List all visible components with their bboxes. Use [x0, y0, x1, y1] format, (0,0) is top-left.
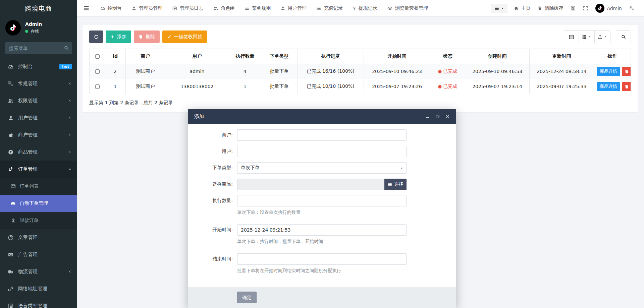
maximize-button[interactable]: [435, 114, 440, 119]
close-button[interactable]: [445, 114, 450, 119]
product-detail-button[interactable]: 商品详情: [597, 82, 620, 91]
export-button[interactable]: [595, 30, 610, 43]
nav-tab-role-group[interactable]: 角色组: [208, 0, 240, 16]
search-icon: [621, 35, 626, 39]
nav-tab-user-mgmt[interactable]: 用户管理: [276, 0, 312, 16]
sidebar-item-user-mgmt[interactable]: 用户管理: [0, 109, 77, 126]
sidebar-item-auto-order[interactable]: 自动下单管理: [0, 195, 77, 212]
nav-tab-withdraw-records[interactable]: ¥ 提现记录: [348, 0, 382, 16]
refresh-button[interactable]: [89, 30, 103, 43]
table-row[interactable]: 1 测试商户 13800138002 1 批量下单 已完成 10/10 (100…: [90, 79, 631, 94]
minimize-button[interactable]: [425, 114, 430, 119]
dialog-titlebar[interactable]: 添加: [188, 109, 456, 124]
eye-icon: [387, 6, 392, 11]
nav-settings[interactable]: [626, 6, 638, 11]
status-badge: ●已完成: [430, 64, 465, 79]
qty-label: 执行数量:: [188, 195, 237, 215]
row-checkbox[interactable]: [95, 84, 100, 89]
caret-down-icon: [400, 167, 404, 170]
ad-card-icon: [7, 252, 14, 257]
nav-tab-admin-mgmt[interactable]: 管理员管理: [127, 0, 167, 16]
start-time-label: 开始时间:: [188, 224, 237, 245]
delete-button[interactable]: 删除: [134, 30, 160, 43]
sidebar: 跨境电商 Admin 在线 控制台 hot 常规管理 权限管理: [0, 0, 77, 308]
detail-view-button[interactable]: [564, 30, 579, 43]
nav-menu-toggle[interactable]: [491, 4, 507, 13]
gauge-icon: [100, 6, 105, 11]
status-dot-icon: ●: [438, 84, 442, 89]
check-icon: [167, 35, 171, 39]
sidebar-item-logistics-mgmt[interactable]: 物流管理: [0, 263, 77, 280]
sidebar-item-order-mgmt[interactable]: 订单管理: [0, 161, 77, 178]
caret-down-icon: [501, 7, 504, 10]
col-progress: 执行进度: [298, 49, 364, 64]
confirm-button[interactable]: 确定: [237, 292, 257, 303]
chevron-left-icon: [68, 150, 72, 154]
qty-field[interactable]: [237, 195, 407, 206]
topnav: 控制台 管理员管理 管理员日志 角色组 菜单规则 用户管理 充值记录 ¥ 提现记…: [77, 0, 644, 17]
toolbar: 添加 删除 一键签收回款: [89, 30, 631, 43]
row-delete-button[interactable]: [622, 67, 631, 76]
sidebar-item-merchant-mgmt[interactable]: 商户管理: [0, 126, 77, 143]
order-submenu: 订单列表 自动下单管理 退款订单: [0, 178, 77, 229]
user-secret-icon: [10, 218, 16, 223]
nav-tab-menu-rules[interactable]: 菜单规则: [240, 0, 276, 16]
chevron-down-icon: [68, 167, 72, 171]
end-time-label: 结束时间:: [188, 253, 237, 274]
sidebar-item-language-mgmt[interactable]: 语言类型管理: [0, 297, 77, 308]
start-time-field[interactable]: [237, 224, 407, 236]
online-dot: [25, 30, 28, 33]
status-badge: ●已完成: [430, 79, 465, 94]
nav-tab-admin-log[interactable]: 管理员日志: [167, 0, 208, 16]
nav-tab-recharge-records[interactable]: 充值记录: [312, 0, 348, 16]
caret-down-icon: [588, 35, 591, 39]
user-name: Admin: [25, 21, 42, 27]
table-header-row: id 商户 用户 执行数量 下单类型 执行进度 开始时间 状态 创建时间 更新时…: [90, 49, 631, 64]
sidebar-item-general[interactable]: 常规管理: [0, 75, 77, 92]
col-status: 状态: [430, 49, 465, 64]
sidebar-item-order-list[interactable]: 订单列表: [0, 178, 77, 195]
choose-product-button[interactable]: 选择: [384, 179, 407, 190]
order-type-select[interactable]: [237, 162, 407, 174]
detail-view-icon: [569, 35, 574, 40]
sidebar-item-article-mgmt[interactable]: 文章管理: [0, 229, 77, 246]
sidebar-item-product-mgmt[interactable]: 商品管理: [0, 143, 77, 161]
select-all-checkbox[interactable]: [95, 54, 100, 59]
menu-search-input[interactable]: [5, 42, 72, 54]
trash-icon: [625, 69, 629, 74]
sidebar-item-url-mgmt[interactable]: 网络地址管理: [0, 280, 77, 297]
nav-fullscreen[interactable]: [579, 6, 592, 11]
user-status: 在线: [31, 28, 39, 35]
hamburger-icon[interactable]: [77, 5, 95, 11]
chevron-left-icon: [68, 82, 72, 85]
end-time-hint: 批量下单将在开始时间到结束时间之间随机分配执行: [237, 268, 407, 274]
receive-button[interactable]: 一键签收回款: [162, 30, 207, 43]
chevron-left-icon: [68, 133, 72, 137]
nav-user[interactable]: Admin: [592, 4, 626, 13]
user-field[interactable]: [237, 146, 407, 157]
avatar[interactable]: [5, 20, 21, 36]
sidebar-item-ad-mgmt[interactable]: 广告管理: [0, 246, 77, 263]
merchant-field[interactable]: [237, 129, 407, 141]
add-button[interactable]: 添加: [106, 30, 131, 43]
row-delete-button[interactable]: [622, 82, 631, 91]
columns-button[interactable]: [579, 30, 595, 43]
sidebar-item-console[interactable]: 控制台 hot: [0, 58, 77, 75]
avatar: [595, 4, 604, 13]
table-row[interactable]: 2 测试商户 admin 4 批量下单 已完成 16/16 (100%) 202…: [90, 64, 631, 79]
sidebar-item-auth[interactable]: 权限管理: [0, 92, 77, 109]
user-icon: [281, 6, 285, 10]
end-time-field[interactable]: [237, 253, 407, 265]
nav-home-link[interactable]: 主页: [510, 5, 534, 11]
nav-tab-pageview-package[interactable]: 浏览量套餐管理: [382, 0, 433, 16]
nav-language-switch[interactable]: [567, 6, 579, 11]
sidebar-item-refund-order[interactable]: 退款订单: [0, 212, 77, 229]
col-id: id: [105, 49, 126, 64]
table-search-button[interactable]: [616, 30, 631, 43]
product-field[interactable]: [237, 179, 384, 190]
product-detail-button[interactable]: 商品详情: [597, 67, 620, 76]
row-checkbox[interactable]: [95, 69, 100, 74]
dialog-title: 添加: [194, 113, 204, 120]
nav-clear-cache[interactable]: 清除缓存: [534, 5, 567, 11]
nav-tab-console[interactable]: 控制台: [95, 0, 127, 16]
